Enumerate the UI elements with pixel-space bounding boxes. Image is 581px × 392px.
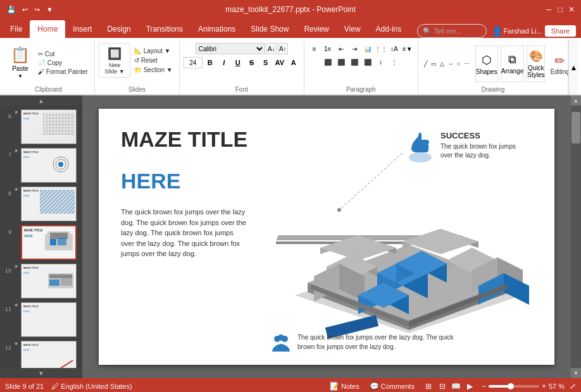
- language-status: 🖊 English (United States): [51, 382, 132, 391]
- slide-thumb-7[interactable]: 7 ★ MAZE TITLE HERE: [0, 147, 82, 184]
- reading-view-button[interactable]: 📖: [450, 381, 463, 392]
- paragraph-label: Paragraph: [308, 85, 414, 94]
- tab-animations[interactable]: Animations: [191, 20, 243, 38]
- line-spacing-button[interactable]: ↕: [375, 56, 387, 68]
- reset-button[interactable]: ↺ Reset: [132, 56, 175, 64]
- share-button[interactable]: Share: [545, 25, 576, 37]
- shape-oval-btn[interactable]: ○: [455, 60, 463, 68]
- maximize-button[interactable]: □: [556, 5, 565, 14]
- scroll-up-arrow[interactable]: ▲: [571, 95, 581, 106]
- align-left-button[interactable]: ⬛: [322, 56, 334, 68]
- new-slide-button[interactable]: 🔲 NewSlide ▼: [99, 43, 130, 78]
- tab-slideshow[interactable]: Slide Show: [243, 20, 296, 38]
- tab-design[interactable]: Design: [99, 20, 138, 38]
- vertical-scrollbar[interactable]: ▲ ▼: [571, 95, 581, 378]
- align-text-button[interactable]: ≡▼: [401, 43, 414, 54]
- layout-button[interactable]: 📐 Layout ▼: [132, 47, 175, 55]
- arrange-button[interactable]: ⧉ Arrange: [501, 46, 525, 82]
- shapes-label: Shapes: [476, 68, 497, 75]
- panel-scroll-down[interactable]: ▼: [0, 368, 82, 378]
- text-shadow-button[interactable]: S: [259, 56, 272, 69]
- tab-view[interactable]: View: [337, 20, 368, 38]
- slide-title[interactable]: MAZE TITLE: [121, 128, 247, 151]
- tell-me-box[interactable]: 🔍 Tell me...: [417, 24, 487, 38]
- increase-indent-button[interactable]: ⇥: [348, 43, 361, 54]
- slide-canvas[interactable]: MAZE TITLE HERE The quick brown fox jump…: [99, 109, 554, 365]
- bold-button[interactable]: B: [204, 56, 216, 69]
- tab-review[interactable]: Review: [296, 20, 336, 38]
- increase-font-size-button[interactable]: A↑: [278, 43, 288, 54]
- smart-art-button[interactable]: 📊: [361, 43, 374, 54]
- font-size-input[interactable]: [184, 57, 203, 68]
- panel-scroll-up[interactable]: ▲: [0, 95, 82, 106]
- scroll-thumb[interactable]: [572, 112, 580, 144]
- italic-button[interactable]: I: [218, 56, 230, 69]
- close-button[interactable]: ✕: [567, 5, 576, 14]
- customize-qa-button[interactable]: ▼: [44, 4, 55, 15]
- decrease-indent-button[interactable]: ⇤: [335, 43, 347, 54]
- quick-styles-button[interactable]: 🎨 Quick Styles: [527, 46, 545, 82]
- slide-panel-scroll: 6 ★ MAZE TITLE HERE 7 ★ MAZE TITLE HERE: [0, 106, 82, 368]
- slide-body-text: The quick brown fox jumps over the lazy …: [121, 208, 246, 257]
- notes-button[interactable]: 📝 Notes: [327, 381, 362, 392]
- justify-button[interactable]: ⬛: [361, 56, 374, 68]
- copy-button[interactable]: 📄 Copy: [35, 59, 91, 67]
- user-name: Farshad Li...: [504, 27, 542, 35]
- minimize-button[interactable]: ─: [544, 5, 553, 14]
- bullets-button[interactable]: ≡: [308, 43, 321, 54]
- zoom-out-button[interactable]: −: [482, 382, 486, 391]
- section-button[interactable]: 📁 Section ▼: [132, 66, 175, 74]
- slideshow-button[interactable]: ▶: [464, 381, 477, 392]
- user-button[interactable]: 👤 Farshad Li...: [492, 26, 542, 36]
- scroll-down-arrow[interactable]: ▼: [571, 368, 581, 378]
- tab-home[interactable]: Home: [30, 20, 65, 38]
- font-family-select[interactable]: Calibri: [196, 43, 265, 54]
- font-color-button[interactable]: A: [287, 56, 300, 69]
- zoom-in-button[interactable]: +: [542, 382, 546, 391]
- slide-thumb-6[interactable]: 6 ★ MAZE TITLE HERE: [0, 108, 82, 145]
- comments-button[interactable]: 💬 Comments: [367, 381, 417, 392]
- zoom-handle[interactable]: [508, 383, 514, 389]
- text-direction-button[interactable]: ↕A: [388, 43, 401, 54]
- align-center-button[interactable]: ⬛: [335, 56, 347, 68]
- numbering-button[interactable]: 1≡: [322, 43, 334, 54]
- maze-svg: [276, 137, 542, 340]
- underline-button[interactable]: U: [232, 56, 244, 69]
- align-right-button[interactable]: ⬛: [348, 56, 361, 68]
- tab-transitions[interactable]: Transitions: [139, 20, 191, 38]
- slide-subtitle[interactable]: HERE: [121, 169, 180, 193]
- normal-view-button[interactable]: ⊞: [422, 381, 435, 392]
- slide-thumb-12[interactable]: 12 ★ MAZE TITLE HERE: [0, 340, 82, 368]
- shape-more-btn[interactable]: ⋯: [463, 60, 471, 68]
- slide-body[interactable]: The quick brown fox jumps over the lazy …: [121, 207, 247, 259]
- slide-thumb-11[interactable]: 11 ★ MAZE TITLE HERE: [0, 301, 82, 338]
- shape-line-btn[interactable]: ╱: [422, 60, 430, 68]
- tab-file[interactable]: File: [3, 20, 30, 38]
- slide-thumb-9[interactable]: 9 ★ MAZE TITLE HERE: [0, 224, 82, 261]
- scroll-track[interactable]: [571, 106, 581, 368]
- maze-graphic[interactable]: [276, 137, 542, 340]
- char-spacing-button[interactable]: AV: [273, 56, 286, 69]
- slide-thumb-10[interactable]: 10 ★ MAZE TITLE HERE: [0, 262, 82, 300]
- ribbon-scroll-button[interactable]: ▲: [568, 40, 578, 94]
- columns-split-button[interactable]: ⋮: [388, 56, 401, 68]
- columns-button[interactable]: ⋮⋮: [375, 43, 387, 54]
- undo-button[interactable]: ↩: [20, 4, 30, 15]
- save-button[interactable]: 💾: [5, 4, 18, 15]
- redo-button[interactable]: ↪: [32, 4, 42, 15]
- tab-addins[interactable]: Add-ins: [368, 20, 409, 38]
- zoom-track[interactable]: [489, 385, 539, 388]
- cut-button[interactable]: ✂ Cut: [35, 50, 91, 58]
- tab-insert[interactable]: Insert: [65, 20, 99, 38]
- fit-slide-button[interactable]: ⤢: [570, 382, 576, 391]
- format-painter-button[interactable]: 🖌 Format Painter: [35, 68, 91, 76]
- decrease-font-size-button[interactable]: A↓: [266, 43, 277, 54]
- paste-button[interactable]: 📋 Paste ▼: [6, 44, 34, 81]
- shape-triangle-btn[interactable]: △: [439, 60, 446, 68]
- shape-rect-btn[interactable]: ▭: [430, 60, 438, 68]
- slide-sorter-button[interactable]: ⊟: [436, 381, 449, 392]
- strikethrough-button[interactable]: S: [246, 56, 258, 69]
- shapes-button[interactable]: ⬡ Shapes: [475, 46, 498, 82]
- shape-arrow-btn[interactable]: →: [447, 60, 454, 68]
- slide-thumb-8[interactable]: 8 ★ MAZE TITLE HERE: [0, 185, 82, 223]
